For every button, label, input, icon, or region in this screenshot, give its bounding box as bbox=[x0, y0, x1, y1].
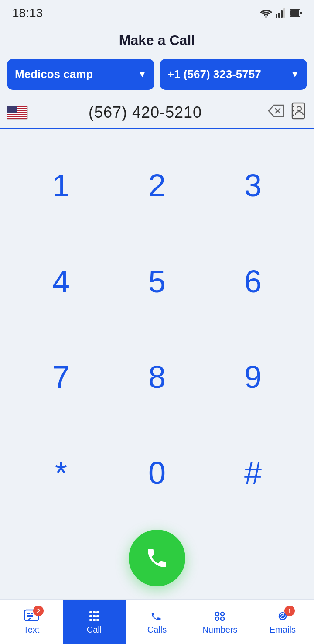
number-label: +1 (567) 323-5757 bbox=[167, 68, 261, 81]
dial-key-2[interactable]: 2 bbox=[109, 137, 205, 233]
emails-badge: 1 bbox=[284, 606, 295, 616]
battery-icon bbox=[290, 8, 302, 18]
number-dropdown[interactable]: +1 (567) 323-5757 ▼ bbox=[160, 59, 307, 90]
svg-rect-0 bbox=[276, 14, 277, 18]
status-icons bbox=[260, 8, 302, 18]
signal-icon bbox=[276, 8, 286, 18]
phone-input-row: (567) 420-5210 bbox=[0, 102, 314, 129]
svg-point-31 bbox=[221, 617, 224, 620]
nav-text[interactable]: 2 Text bbox=[0, 600, 63, 644]
svg-rect-6 bbox=[300, 12, 302, 14]
nav-numbers-label: Numbers bbox=[202, 625, 237, 635]
svg-rect-2 bbox=[281, 10, 283, 18]
phone-number-display[interactable]: (567) 420-5210 bbox=[28, 103, 263, 122]
bottom-nav: 2 Text Call Calls bbox=[0, 599, 314, 644]
emails-icon: 1 bbox=[275, 609, 290, 623]
call-button[interactable] bbox=[129, 530, 185, 586]
call-button-row bbox=[0, 525, 314, 599]
number-chevron-icon: ▼ bbox=[290, 69, 299, 79]
header: Make a Call bbox=[0, 24, 314, 59]
dial-key-6[interactable]: 6 bbox=[205, 233, 301, 329]
nav-numbers[interactable]: Numbers bbox=[188, 600, 251, 644]
nav-emails[interactable]: 1 Emails bbox=[251, 600, 314, 644]
dial-key-4[interactable]: 4 bbox=[13, 233, 109, 329]
svg-point-22 bbox=[89, 615, 92, 617]
dropdown-row: Medicos camp ▼ +1 (567) 323-5757 ▼ bbox=[0, 59, 314, 90]
status-time: 18:13 bbox=[12, 6, 43, 20]
svg-rect-5 bbox=[290, 10, 299, 16]
nav-emails-label: Emails bbox=[270, 625, 296, 635]
dial-key-1[interactable]: 1 bbox=[13, 137, 109, 233]
dial-key-8[interactable]: 8 bbox=[109, 329, 205, 425]
numbers-icon bbox=[212, 609, 228, 623]
svg-rect-1 bbox=[278, 13, 280, 18]
nav-text-label: Text bbox=[24, 625, 40, 635]
svg-point-26 bbox=[93, 619, 96, 621]
backspace-button[interactable] bbox=[268, 104, 284, 120]
contacts-icon bbox=[290, 102, 307, 120]
svg-point-19 bbox=[89, 611, 92, 613]
dialpad-icon bbox=[86, 609, 102, 623]
contacts-button[interactable] bbox=[290, 102, 307, 123]
svg-point-21 bbox=[96, 611, 99, 613]
dial-key-7[interactable]: 7 bbox=[13, 329, 109, 425]
text-icon: 2 bbox=[24, 609, 39, 623]
svg-point-30 bbox=[215, 617, 219, 620]
status-bar: 18:13 bbox=[0, 0, 314, 24]
input-actions bbox=[268, 102, 307, 123]
dial-key-#[interactable]: # bbox=[205, 425, 301, 521]
svg-rect-3 bbox=[283, 8, 285, 18]
country-flag-icon[interactable] bbox=[7, 106, 28, 120]
dialpad: 123456789*0# bbox=[0, 133, 314, 525]
svg-point-28 bbox=[215, 612, 219, 616]
page-title: Make a Call bbox=[119, 32, 195, 48]
dial-key-0[interactable]: 0 bbox=[109, 425, 205, 521]
svg-point-20 bbox=[93, 611, 96, 613]
account-label: Medicos camp bbox=[15, 68, 93, 81]
dial-key-*[interactable]: * bbox=[13, 425, 109, 521]
svg-point-24 bbox=[96, 615, 99, 617]
svg-rect-15 bbox=[27, 613, 30, 614]
dial-key-3[interactable]: 3 bbox=[205, 137, 301, 233]
svg-point-25 bbox=[89, 619, 92, 621]
account-dropdown[interactable]: Medicos camp ▼ bbox=[7, 59, 154, 90]
nav-call[interactable]: Call bbox=[63, 600, 126, 644]
svg-point-29 bbox=[221, 612, 224, 616]
svg-point-27 bbox=[96, 619, 99, 621]
dial-key-9[interactable]: 9 bbox=[205, 329, 301, 425]
calls-icon bbox=[149, 609, 165, 623]
svg-point-23 bbox=[93, 615, 96, 617]
account-chevron-icon: ▼ bbox=[138, 69, 147, 79]
phone-icon bbox=[145, 546, 169, 570]
nav-calls-label: Calls bbox=[147, 625, 167, 635]
text-badge: 2 bbox=[33, 606, 44, 616]
nav-call-label: Call bbox=[87, 625, 102, 635]
nav-calls[interactable]: Calls bbox=[126, 600, 188, 644]
wifi-icon bbox=[260, 8, 272, 18]
svg-rect-16 bbox=[31, 613, 33, 614]
dial-key-5[interactable]: 5 bbox=[109, 233, 205, 329]
svg-rect-18 bbox=[27, 615, 33, 617]
backspace-icon bbox=[268, 104, 284, 117]
